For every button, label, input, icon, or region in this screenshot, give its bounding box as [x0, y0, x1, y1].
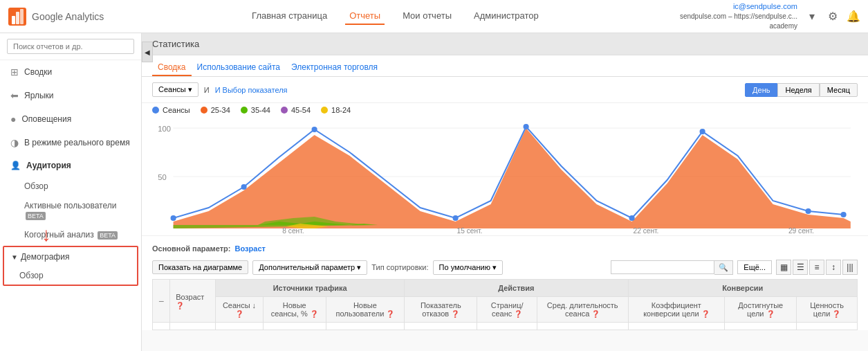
chart-controls: Сеансы ▾ И И Выбор показателя День Недел… — [142, 77, 868, 103]
svg-text:15 сент.: 15 сент. — [457, 227, 483, 235]
period-day[interactable]: День — [745, 83, 777, 97]
sidebar-sub-demo-obzor[interactable]: Обзор — [4, 267, 137, 285]
legend-seancy: Сеансы — [152, 106, 190, 114]
grid-icon: ⊞ — [10, 66, 19, 78]
more-btn[interactable]: Ещё... — [737, 260, 772, 274]
svg-rect-3 — [20, 9, 24, 24]
account-domain: sendpulse.com – https://sendpulse.c... — [680, 12, 797, 21]
sidebar: ⊞ Сводки ⬅ Ярлыки ● Оповещения ◑ В режим… — [0, 33, 142, 351]
view-flat-icon[interactable]: ≡ — [809, 260, 824, 275]
sidebar-item-realtime[interactable]: ◑ В режиме реального время — [0, 131, 141, 154]
and-label: И — [204, 86, 210, 94]
pages-q-icon[interactable]: ❓ — [514, 310, 522, 318]
col-new-pct: Новые сеансы, % ❓ — [263, 297, 326, 323]
nav-reports[interactable]: Отчеты — [345, 8, 385, 25]
period-month[interactable]: Месяц — [820, 83, 858, 97]
svg-point-17 — [806, 208, 811, 214]
extra-param-btn[interactable]: Дополнительный параметр ▾ — [252, 260, 367, 275]
view-sort-icon[interactable]: ↕ — [826, 260, 841, 275]
view-grid-icon[interactable]: ▦ — [776, 260, 791, 275]
nav-home[interactable]: Главная страница — [248, 8, 331, 25]
svg-point-15 — [629, 215, 635, 221]
tab-svodka[interactable]: Сводка — [152, 60, 192, 76]
minus-icon[interactable]: − — [158, 296, 164, 307]
col-new-users: Новые пользователи ❓ — [326, 297, 405, 323]
chevron-down-icon: ▼ — [11, 253, 18, 261]
col-bounce: Показатель отказов ❓ — [405, 297, 477, 323]
sidebar-item-demografiya[interactable]: ▼ Демография — [4, 247, 137, 267]
seancy-q-icon[interactable]: ❓ — [235, 310, 243, 318]
settings-icon[interactable]: ⚙ — [825, 8, 840, 24]
show-diagram-btn[interactable]: Показать на диаграмме — [152, 260, 248, 274]
col-conversions-header: Конверсии — [628, 280, 858, 297]
row-duration — [537, 323, 628, 330]
sidebar-sub-obzor[interactable]: Обзор — [0, 177, 141, 196]
sidebar-item-svodki[interactable]: ⊞ Сводки — [0, 60, 141, 84]
header-icons: ▾ ⚙ 🔔 — [804, 8, 861, 24]
svg-text:29 сент.: 29 сент. — [788, 227, 814, 235]
sidebar-section-auditoriya[interactable]: 👤 Аудитория — [0, 154, 141, 177]
notifications-icon[interactable]: 🔔 — [846, 8, 861, 24]
tab-site-use[interactable]: Использование сайта — [192, 60, 286, 76]
sidebar-sub-active-users[interactable]: Активные пользователи BETA — [0, 196, 141, 225]
sidebar-item-opovescheniya[interactable]: ● Оповещения — [0, 107, 141, 131]
col-goals-label: Достигнутые цели — [738, 301, 783, 318]
metric1-dropdown[interactable]: Сеансы ▾ — [152, 82, 198, 97]
view-list-icon[interactable]: ☰ — [793, 260, 808, 275]
period-week[interactable]: Неделя — [777, 83, 819, 97]
account-email: ic@sendpulse.com — [680, 1, 797, 12]
goals-q-icon[interactable]: ❓ — [766, 310, 775, 318]
row-seancy — [216, 323, 264, 330]
svg-text:22 сент.: 22 сент. — [634, 227, 659, 235]
arrow-left-icon: ⬅ — [10, 90, 19, 101]
chart-svg: 100 50 — [152, 114, 858, 235]
sidebar-search-area — [0, 33, 141, 60]
row-new-users — [326, 323, 405, 330]
sidebar-item-yarlyiki[interactable]: ⬅ Ярлыки — [0, 84, 141, 107]
svg-rect-1 — [12, 16, 15, 24]
sort-value-btn[interactable]: По умолчанию ▾ — [433, 260, 503, 275]
sidebar-item-yarlyiki-label: Ярлыки — [24, 91, 54, 100]
search-input[interactable] — [7, 39, 134, 54]
view-col-icon[interactable]: ||| — [842, 260, 858, 275]
bounce-q-icon[interactable]: ❓ — [451, 310, 459, 318]
account-subdomain: academy — [680, 21, 797, 31]
age-question-icon[interactable]: ❓ — [176, 302, 184, 309]
sidebar-sub-kogortny[interactable]: Когортный анализ BETA — [0, 225, 141, 244]
nav-admin[interactable]: Администратор — [470, 8, 543, 25]
param-label: Основной параметр: — [152, 244, 230, 253]
table-search-input[interactable] — [611, 260, 714, 274]
col-goal-value: Ценность цели ❓ — [797, 297, 858, 323]
duration-q-icon[interactable]: ❓ — [591, 310, 600, 318]
col-actions-label: Действия — [498, 284, 534, 292]
goal-value-q-icon[interactable]: ❓ — [832, 310, 840, 318]
col-new-pct-label: Новые сеансы, % — [271, 301, 308, 318]
conversion-q-icon[interactable]: ❓ — [701, 310, 710, 318]
legend-dot-seancy — [152, 107, 159, 114]
big-red-arrow: ↓ — [41, 224, 51, 246]
metric2-select[interactable]: И Выбор показателя — [215, 86, 288, 94]
row-bounce — [405, 323, 477, 330]
svg-text:50: 50 — [158, 173, 166, 181]
tab-ecommerce[interactable]: Электронная торговля — [286, 60, 383, 76]
bell-icon: ● — [10, 114, 16, 125]
new-pct-q-icon[interactable]: ❓ — [310, 310, 318, 318]
realtime-icon: ◑ — [10, 137, 19, 148]
stats-title-bar: Статистика — [142, 33, 868, 55]
account-info: ic@sendpulse.com sendpulse.com – https:/… — [680, 1, 797, 31]
col-goals: Достигнутые цели ❓ — [725, 297, 797, 323]
sidebar-collapse-btn[interactable]: ◀ — [142, 42, 153, 62]
legend-35-44: 35-44 — [241, 106, 270, 114]
svg-point-18 — [841, 212, 847, 217]
dropdown-icon[interactable]: ▾ — [804, 8, 820, 24]
header-right: ic@sendpulse.com sendpulse.com – https:/… — [680, 1, 861, 31]
svg-marker-9 — [174, 128, 851, 228]
app-name: Google Analytics — [32, 11, 104, 22]
table-search-btn[interactable]: 🔍 — [714, 260, 733, 275]
new-users-q-icon[interactable]: ❓ — [386, 310, 394, 318]
sidebar-sub-kogortny-label: Когортный анализ — [24, 230, 94, 240]
nav-my-reports[interactable]: Мои отчеты — [398, 8, 456, 25]
row-pages — [477, 323, 537, 330]
col-pages: Страниц/сеанс ❓ — [477, 297, 537, 323]
col-traffic-label: Источники трафика — [273, 284, 347, 292]
